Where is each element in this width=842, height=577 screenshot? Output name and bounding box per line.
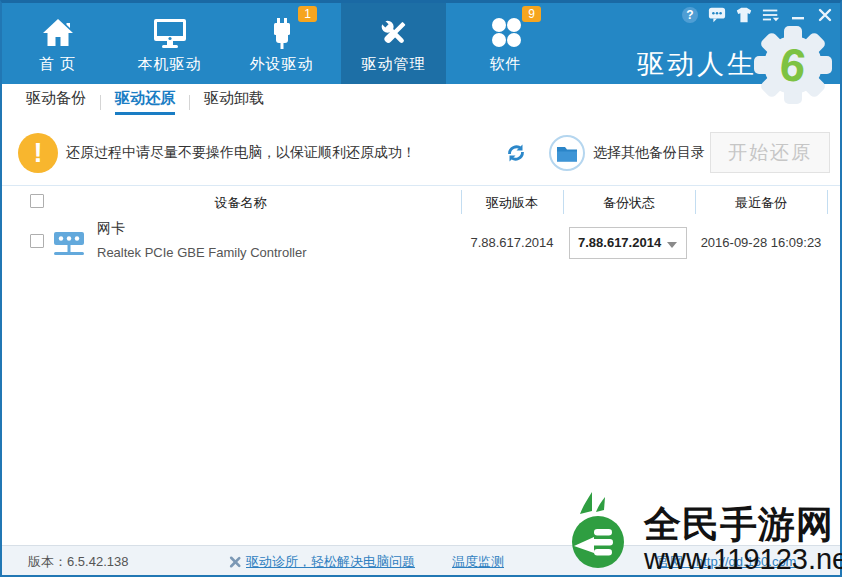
- table-header: 设备名称 驱动版本 备份状态 最近备份: [0, 187, 842, 217]
- chevron-down-icon: [667, 242, 677, 248]
- folder-icon[interactable]: [549, 135, 585, 171]
- nav-item-driver-management[interactable]: 驱动管理: [341, 3, 446, 84]
- titlebar-controls: ?: [672, 6, 834, 24]
- app-version-label: 版本：6.5.42.138: [28, 546, 128, 577]
- network-adapter-icon: [52, 231, 86, 262]
- feedback-icon[interactable]: [708, 6, 726, 24]
- monitor-icon: [152, 14, 188, 52]
- column-separator: [827, 190, 828, 214]
- driver-clinic-link[interactable]: 驱动诊所，轻松解决电脑问题: [246, 553, 415, 571]
- nav-item-label: 驱动管理: [362, 55, 426, 74]
- nav-item-peripheral-drivers[interactable]: 外设驱动 1: [229, 3, 334, 84]
- warning-icon: !: [18, 133, 58, 173]
- usb-icon: [267, 14, 297, 52]
- close-icon[interactable]: [816, 6, 834, 24]
- watermark-site-name: 全民手游网: [644, 500, 834, 550]
- column-header-device-name: 设备名称: [20, 194, 461, 212]
- menu-icon[interactable]: [762, 6, 780, 24]
- nav-item-label: 软件: [490, 55, 522, 74]
- notice-message: 还原过程中请尽量不要操作电脑，以保证顺利还原成功！: [66, 144, 416, 162]
- notice-bar: ! 还原过程中请尽量不要操作电脑，以保证顺利还原成功！ 选择其他备份目录 开始还…: [0, 120, 842, 186]
- column-separator: [563, 190, 564, 214]
- clinic-tools-icon: [228, 555, 242, 569]
- main-nav: 首 页 本机驱动: [5, 3, 565, 84]
- table-row: 网卡 Realtek PCIe GBE Family Controller 7.…: [0, 218, 842, 270]
- refresh-icon[interactable]: [505, 142, 527, 164]
- home-icon: [41, 14, 75, 52]
- backup-status-dropdown[interactable]: 7.88.617.2014: [569, 227, 687, 259]
- device-name-label: Realtek PCIe GBE Family Controller: [97, 245, 307, 260]
- brand-gear-icon: 6: [753, 26, 833, 104]
- nav-item-local-drivers[interactable]: 本机驱动: [117, 3, 222, 84]
- column-header-driver-version: 驱动版本: [461, 194, 563, 212]
- tab-driver-backup[interactable]: 驱动备份: [12, 89, 100, 115]
- temperature-monitor-link[interactable]: 温度监测: [452, 553, 504, 571]
- sub-tabs: 驱动备份 驱动还原 驱动卸载: [0, 84, 842, 120]
- tools-icon: [376, 14, 412, 52]
- help-icon[interactable]: ?: [681, 6, 699, 24]
- notification-badge: 1: [298, 6, 317, 22]
- column-header-backup-status: 备份状态: [563, 194, 695, 212]
- device-type-label: 网卡: [97, 220, 125, 238]
- minimize-icon[interactable]: [789, 6, 807, 24]
- nav-item-home[interactable]: 首 页: [5, 3, 110, 84]
- skin-icon[interactable]: [735, 6, 753, 24]
- tab-driver-restore[interactable]: 驱动还原: [101, 89, 189, 115]
- choose-backup-dir-button[interactable]: 选择其他备份目录: [593, 144, 705, 162]
- column-header-last-backup: 最近备份: [695, 194, 827, 212]
- nav-item-label: 本机驱动: [138, 55, 202, 74]
- app-header: 首 页 本机驱动: [0, 0, 842, 84]
- nav-item-label: 首 页: [39, 55, 76, 74]
- row-checkbox[interactable]: [30, 234, 44, 248]
- last-backup-cell: 2016-09-28 16:09:23: [695, 235, 827, 250]
- nav-item-software[interactable]: 软件 9: [453, 3, 558, 84]
- notification-badge: 9: [522, 6, 541, 22]
- app-window: 首 页 本机驱动: [0, 0, 842, 577]
- column-separator: [461, 190, 462, 214]
- driver-version-cell: 7.88.617.2014: [461, 235, 563, 250]
- official-site-link[interactable]: 官网：http://qd.160.com: [657, 553, 796, 571]
- brand-version-number: 6: [750, 33, 837, 98]
- tab-driver-uninstall[interactable]: 驱动卸载: [190, 89, 278, 115]
- brand-logo-text: 驱动人生: [637, 46, 757, 82]
- nav-item-label: 外设驱动: [250, 55, 314, 74]
- start-restore-button[interactable]: 开始还原: [710, 132, 830, 173]
- column-separator: [695, 190, 696, 214]
- apps-icon: [489, 14, 523, 52]
- status-bar: 版本：6.5.42.138 驱动诊所，轻松解决电脑问题 温度监测 官网：http…: [0, 545, 842, 577]
- dropdown-selected-value: 7.88.617.2014: [578, 235, 661, 250]
